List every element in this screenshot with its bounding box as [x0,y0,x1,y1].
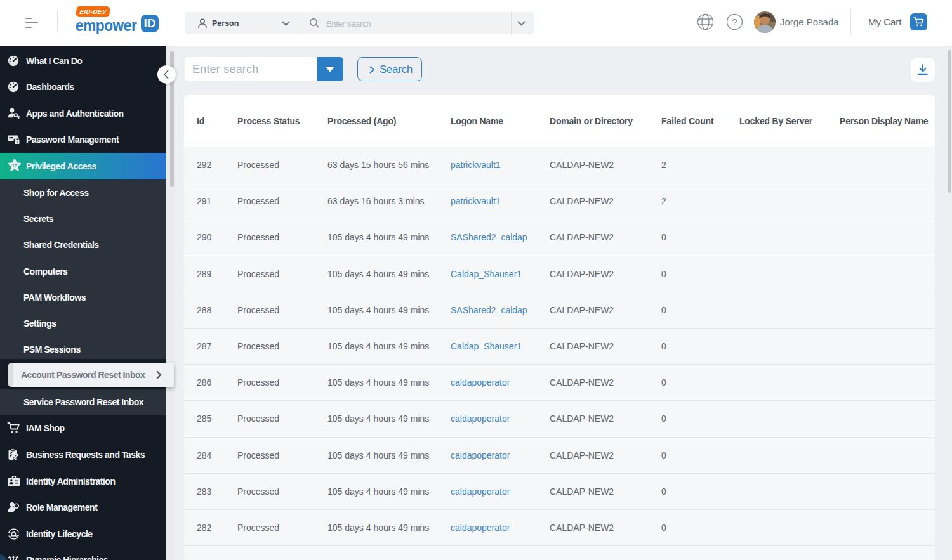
svg-text:?: ? [732,16,737,27]
